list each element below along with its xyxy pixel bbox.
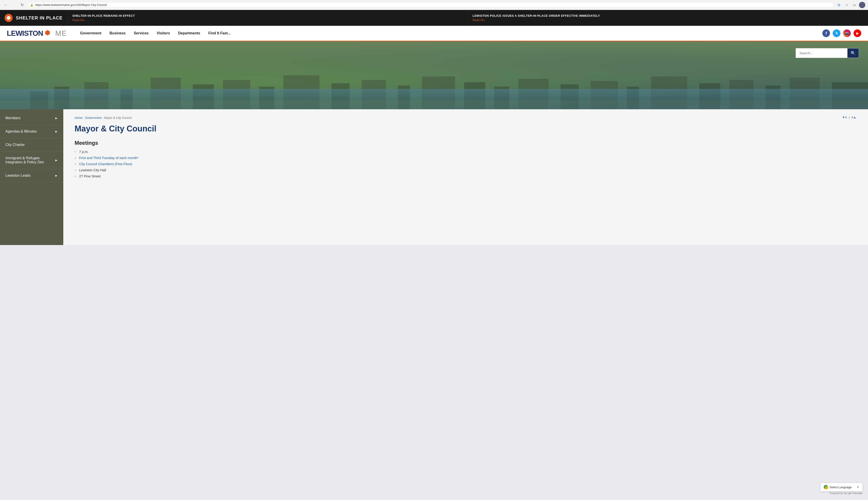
logo-hexagon-icon: ⬢ bbox=[45, 29, 53, 37]
hero-water bbox=[0, 89, 868, 100]
alert-item-2: LEWISTON POLICE ISSUES A SHELTER-IN-PLAC… bbox=[468, 10, 868, 26]
alert-title: SHELTER IN PLACE bbox=[16, 15, 63, 21]
sidebar-item-lewiston-leads-label: Lewiston Leads bbox=[5, 173, 31, 178]
browser-actions: G ☆ ▭ bbox=[836, 2, 865, 8]
address-bar[interactable]: 🔒 bbox=[27, 2, 834, 8]
alert-banner: SHELTER IN PLACE SHELTER-IN-PLACE REMAIN… bbox=[0, 10, 868, 26]
breadcrumb-row: Home › Government › Mayor & City Council… bbox=[74, 116, 857, 124]
profile-button[interactable] bbox=[859, 2, 865, 8]
nav-visitors[interactable]: Visitors bbox=[153, 30, 174, 37]
font-increase-button[interactable]: A▲ bbox=[851, 116, 857, 119]
meeting-location-link[interactable]: City Council Chambers (First Floor) bbox=[79, 162, 132, 166]
meeting-address: 27 Pine Street bbox=[74, 174, 857, 178]
font-sep: | bbox=[849, 116, 849, 119]
meeting-schedule: First and Third Tuesday of each month* bbox=[74, 156, 857, 160]
forward-button[interactable]: → bbox=[11, 2, 17, 8]
bookmark-button[interactable]: ☆ bbox=[844, 2, 850, 8]
svg-rect-25 bbox=[0, 100, 868, 109]
twitter-icon: 𝕏 bbox=[835, 31, 838, 35]
main-content: Home › Government › Mayor & City Council… bbox=[63, 109, 868, 245]
search-button[interactable]: 🔍 bbox=[847, 48, 859, 58]
sidebar-arrow-immigrant: ► bbox=[55, 158, 58, 162]
breadcrumb: Home › Government › Mayor & City Council bbox=[74, 116, 131, 120]
instagram-icon: 📷 bbox=[845, 32, 849, 35]
instagram-link[interactable]: 📷 bbox=[843, 30, 851, 37]
secure-icon: 🔒 bbox=[30, 3, 34, 7]
reload-button[interactable]: ↻ bbox=[19, 2, 25, 8]
nav-business[interactable]: Business bbox=[106, 30, 130, 37]
content-wrapper: Members ► Agendas & Minutes ► City Chart… bbox=[0, 109, 868, 245]
browser-chrome: ← → ↻ 🔒 G ☆ ▭ bbox=[0, 0, 868, 10]
alert-badge: SHELTER IN PLACE bbox=[0, 10, 68, 26]
alert-items: SHELTER-IN-PLACE REMAINS IN EFFECT Read … bbox=[68, 10, 868, 26]
city-silhouette bbox=[0, 64, 868, 109]
nav-find-it-fast[interactable]: Find It Fast... bbox=[204, 30, 235, 37]
page-title: Mayor & City Council bbox=[74, 124, 857, 134]
meeting-schedule-link[interactable]: First and Third Tuesday of each month* bbox=[79, 156, 138, 160]
search-input[interactable] bbox=[796, 48, 847, 58]
nav-services[interactable]: Services bbox=[130, 30, 153, 37]
logo-lewiston-text: LEWISTON bbox=[7, 29, 43, 37]
alert-item-2-title: LEWISTON POLICE ISSUES A SHELTER-IN-PLAC… bbox=[473, 14, 864, 18]
alert-item-2-link[interactable]: Read On... bbox=[473, 18, 864, 22]
sidebar-item-immigrant-label: Immigrant & Refugee Integration & Policy… bbox=[5, 156, 55, 164]
sidebar: Members ► Agendas & Minutes ► City Chart… bbox=[0, 109, 63, 245]
font-controls: ▼A | A▲ bbox=[842, 116, 857, 119]
sidebar-arrow-members: ► bbox=[55, 116, 58, 120]
breadcrumb-sep-2: › bbox=[102, 116, 103, 120]
alert-item-1: SHELTER-IN-PLACE REMAINS IN EFFECT Read … bbox=[68, 10, 468, 26]
meeting-details-list: 7 p.m. First and Third Tuesday of each m… bbox=[74, 150, 857, 178]
meeting-location: City Council Chambers (First Floor) bbox=[74, 162, 857, 166]
meetings-section-title: Meetings bbox=[74, 140, 857, 146]
sidebar-item-members-label: Members bbox=[5, 116, 21, 120]
facebook-link[interactable]: f bbox=[822, 30, 830, 37]
sidebar-item-charter-label: City Charter bbox=[5, 143, 25, 147]
meeting-time: 7 p.m. bbox=[74, 150, 857, 154]
sidebar-item-agendas-label: Agendas & Minutes bbox=[5, 129, 37, 134]
alert-item-1-title: SHELTER-IN-PLACE REMAINS IN EFFECT bbox=[72, 14, 464, 18]
meeting-building: Lewiston City Hall bbox=[74, 168, 857, 172]
nav-government[interactable]: Government bbox=[76, 30, 105, 37]
sidebar-item-members[interactable]: Members ► bbox=[0, 112, 63, 125]
sidebar-item-lewiston-leads[interactable]: Lewiston Leads ► bbox=[0, 169, 63, 182]
alert-item-1-link[interactable]: Read On... bbox=[72, 18, 464, 22]
twitter-link[interactable]: 𝕏 bbox=[833, 30, 841, 37]
sidebar-item-agendas[interactable]: Agendas & Minutes ► bbox=[0, 125, 63, 138]
main-nav: Government Business Services Visitors De… bbox=[76, 30, 818, 37]
breadcrumb-government[interactable]: Government bbox=[85, 116, 102, 120]
alert-circle-icon bbox=[4, 14, 13, 22]
search-icon: 🔍 bbox=[851, 51, 856, 56]
social-icons: f 𝕏 📷 ▶ bbox=[822, 30, 861, 37]
site-logo[interactable]: LEWISTON ⬢ ME bbox=[7, 29, 67, 37]
hero-image: 🔍 bbox=[0, 42, 868, 109]
site-header: LEWISTON ⬢ ME Government Business Servic… bbox=[0, 26, 868, 42]
back-button[interactable]: ← bbox=[3, 2, 9, 8]
font-decrease-button[interactable]: ▼A bbox=[842, 116, 848, 119]
sidebar-item-immigrant[interactable]: Immigrant & Refugee Integration & Policy… bbox=[0, 151, 63, 169]
youtube-icon: ▶ bbox=[856, 32, 859, 35]
breadcrumb-home[interactable]: Home bbox=[74, 116, 82, 120]
url-input[interactable] bbox=[35, 3, 831, 7]
breadcrumb-current: Mayor & City Council bbox=[104, 116, 131, 120]
breadcrumb-sep-1: › bbox=[83, 116, 84, 120]
youtube-link[interactable]: ▶ bbox=[854, 30, 861, 37]
sidebar-arrow-lewiston-leads: ► bbox=[55, 174, 58, 178]
facebook-icon: f bbox=[825, 31, 827, 36]
cast-button[interactable]: ▭ bbox=[851, 2, 858, 8]
logo-me-text: ME bbox=[55, 29, 67, 37]
search-box[interactable]: 🔍 bbox=[796, 48, 859, 58]
sidebar-arrow-agendas: ► bbox=[55, 130, 58, 133]
nav-departments[interactable]: Departments bbox=[174, 30, 204, 37]
google-icon-btn[interactable]: G bbox=[836, 2, 842, 8]
sidebar-item-charter[interactable]: City Charter bbox=[0, 138, 63, 151]
